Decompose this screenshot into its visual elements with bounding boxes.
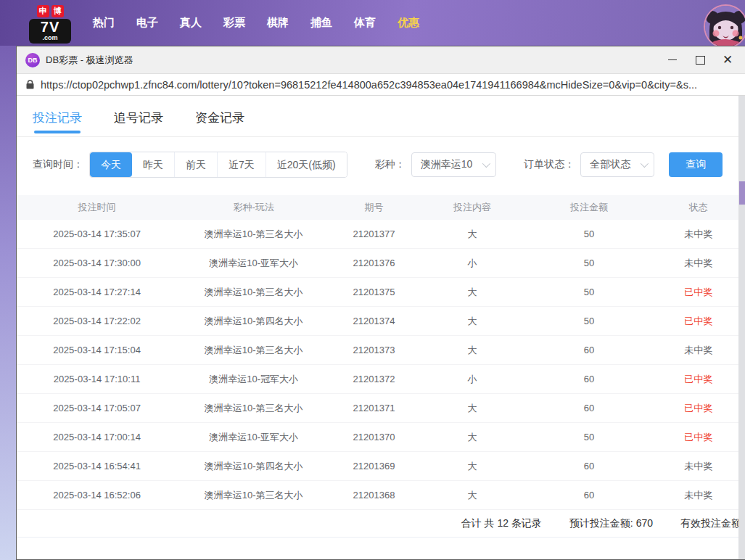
nav-menu-item[interactable]: 捕鱼 xyxy=(300,16,343,30)
lottery-type-select[interactable]: 澳洲幸运10 xyxy=(411,152,497,177)
nav-menu-item[interactable]: 优惠 xyxy=(387,16,430,30)
cell-bet-time: 2025-03-14 17:15:04 xyxy=(17,345,177,355)
time-range-button[interactable]: 近20天(低频) xyxy=(266,152,347,177)
close-button[interactable]: ✕ xyxy=(714,49,741,71)
maximize-button[interactable] xyxy=(686,49,714,71)
cell-status: 未中奖 xyxy=(651,489,745,502)
record-tabs: 投注记录 追号记录 资金记录 xyxy=(17,96,745,137)
cell-bet-content: 大 xyxy=(418,402,527,415)
cell-bet-content: 大 xyxy=(418,344,527,357)
logo-com: .com xyxy=(32,35,68,41)
cell-period: 21201369 xyxy=(330,461,418,472)
table-header-cell: 投注金额 xyxy=(527,201,651,214)
table-row[interactable]: 2025-03-14 16:54:41 澳洲幸运10-第四名大小 2120136… xyxy=(17,452,745,481)
page-content: 投注记录 追号记录 资金记录 查询时间： 今天 昨天 前天 近7天 近20天( xyxy=(17,96,745,559)
order-status-select[interactable]: 全部状态 xyxy=(580,152,654,177)
cell-game-play: 澳洲幸运10-第四名大小 xyxy=(177,315,330,328)
address-bar[interactable]: https://ctop02pchwp1.zfnc84.com/lottery/… xyxy=(17,74,745,96)
cell-bet-content: 大 xyxy=(418,315,527,328)
url-text: https://ctop02pchwp1.zfnc84.com/lottery/… xyxy=(41,79,697,91)
minimize-button[interactable] xyxy=(659,49,686,71)
table-header-cell: 期号 xyxy=(330,201,418,214)
cell-game-play: 澳洲幸运10-冠军大小 xyxy=(177,373,330,386)
scrollbar-thumb[interactable] xyxy=(739,181,745,205)
avatar-illustration xyxy=(705,6,745,47)
cell-bet-time: 2025-03-14 17:05:07 xyxy=(17,403,177,413)
bet-records-table: 投注时间 彩种-玩法 期号 投注内容 投注金额 状态 2025-03-14 17… xyxy=(17,195,745,510)
cell-status: 未中奖 xyxy=(651,344,745,357)
record-tab[interactable]: 资金记录 xyxy=(195,110,244,136)
lottery-type-label: 彩种： xyxy=(375,158,406,171)
nav-menu-item[interactable]: 彩票 xyxy=(213,16,256,30)
record-tab[interactable]: 投注记录 xyxy=(33,110,82,136)
cell-bet-content: 大 xyxy=(418,286,527,299)
cell-game-play: 澳洲幸运10-第三名大小 xyxy=(177,344,330,357)
record-tab[interactable]: 追号记录 xyxy=(114,110,163,136)
cell-period: 21201376 xyxy=(330,258,418,268)
time-range-button[interactable]: 前天 xyxy=(174,152,217,177)
time-range-button[interactable]: 昨天 xyxy=(132,152,174,177)
cell-game-play: 澳洲幸运10-亚军大小 xyxy=(177,257,330,270)
cell-status: 已中奖 xyxy=(651,431,745,444)
cell-bet-content: 大 xyxy=(418,489,527,502)
time-range-button[interactable]: 今天 xyxy=(90,152,132,177)
vertical-scrollbar[interactable] xyxy=(738,96,745,559)
table-row[interactable]: 2025-03-14 17:22:02 澳洲幸运10-第四名大小 2120137… xyxy=(17,307,745,336)
lock-icon xyxy=(26,80,34,89)
cell-bet-time: 2025-03-14 17:10:11 xyxy=(17,374,177,384)
cell-bet-amount: 50 xyxy=(527,228,651,239)
time-range-button[interactable]: 近7天 xyxy=(217,152,266,177)
cell-bet-time: 2025-03-14 17:27:14 xyxy=(17,287,177,297)
cell-bet-time: 2025-03-14 17:35:07 xyxy=(17,228,177,239)
table-row[interactable]: 2025-03-14 17:27:14 澳洲幸运10-第三名大小 2120137… xyxy=(17,278,745,307)
cell-period: 21201375 xyxy=(330,287,418,297)
cell-status: 未中奖 xyxy=(651,460,745,473)
table-header-cell: 状态 xyxy=(651,201,745,214)
table-header-row: 投注时间 彩种-玩法 期号 投注内容 投注金额 状态 xyxy=(17,195,745,220)
cell-bet-time: 2025-03-14 16:54:41 xyxy=(17,461,177,472)
nav-menu-item[interactable]: 真人 xyxy=(169,16,213,30)
table-row[interactable]: 2025-03-14 17:00:14 澳洲幸运10-亚军大小 21201370… xyxy=(17,423,745,452)
lottery-type-value: 澳洲幸运10 xyxy=(421,158,473,171)
cell-bet-content: 小 xyxy=(418,373,527,386)
window-title-bar[interactable]: DB DB彩票 - 极速浏览器 ✕ xyxy=(17,46,745,74)
user-avatar[interactable] xyxy=(705,6,745,47)
order-status-value: 全部状态 xyxy=(590,158,630,171)
query-time-label: 查询时间： xyxy=(33,158,83,171)
cell-status: 未中奖 xyxy=(651,228,745,241)
cell-game-play: 澳洲幸运10-第四名大小 xyxy=(177,460,330,473)
table-row[interactable]: 2025-03-14 17:05:07 澳洲幸运10-第三名大小 2120137… xyxy=(17,394,745,423)
cell-bet-amount: 50 xyxy=(527,316,651,326)
cell-status: 已中奖 xyxy=(651,402,745,415)
cell-game-play: 澳洲幸运10-第三名大小 xyxy=(177,228,330,241)
cell-bet-amount: 60 xyxy=(527,403,651,413)
table-row[interactable]: 2025-03-14 17:10:11 澳洲幸运10-冠军大小 21201372… xyxy=(17,365,745,394)
table-header-cell: 投注内容 xyxy=(418,201,527,214)
cell-status: 未中奖 xyxy=(651,257,745,270)
table-row[interactable]: 2025-03-14 17:15:04 澳洲幸运10-第三名大小 2120137… xyxy=(17,336,745,365)
summary-valid-amount: 有效投注金额 xyxy=(680,517,741,530)
cell-period: 21201374 xyxy=(330,316,418,326)
nav-menu-item[interactable]: 棋牌 xyxy=(256,16,300,30)
time-range-group: 今天 昨天 前天 近7天 近20天(低频) xyxy=(89,152,347,178)
cell-status: 已中奖 xyxy=(651,286,745,299)
site-logo[interactable]: 申 博 7V .com xyxy=(29,5,71,44)
cell-bet-amount: 60 xyxy=(527,490,651,501)
cell-bet-time: 2025-03-14 17:22:02 xyxy=(17,316,177,326)
nav-menu-item[interactable]: 体育 xyxy=(343,16,387,30)
search-button[interactable]: 查询 xyxy=(669,152,723,177)
table-row[interactable]: 2025-03-14 16:52:06 澳洲幸运10-第三名大小 2120136… xyxy=(17,481,745,510)
browser-window: DB DB彩票 - 极速浏览器 ✕ https://ctop02pchwp1.z… xyxy=(16,46,745,560)
table-row[interactable]: 2025-03-14 17:30:00 澳洲幸运10-亚军大小 21201376… xyxy=(17,249,745,278)
summary-total: 合计 共 12 条记录 xyxy=(461,517,542,530)
cell-game-play: 澳洲幸运10-第三名大小 xyxy=(177,489,330,502)
table-row[interactable]: 2025-03-14 17:35:07 澳洲幸运10-第三名大小 2120137… xyxy=(17,220,745,249)
cell-bet-content: 大 xyxy=(418,460,527,473)
cell-status: 已中奖 xyxy=(651,373,745,386)
cell-period: 21201368 xyxy=(330,490,418,501)
cell-bet-amount: 60 xyxy=(527,461,651,472)
nav-menu-item[interactable]: 电子 xyxy=(125,16,169,30)
nav-menu-item[interactable]: 热门 xyxy=(82,16,125,30)
cell-period: 21201373 xyxy=(330,345,418,355)
cell-period: 21201372 xyxy=(330,374,418,384)
